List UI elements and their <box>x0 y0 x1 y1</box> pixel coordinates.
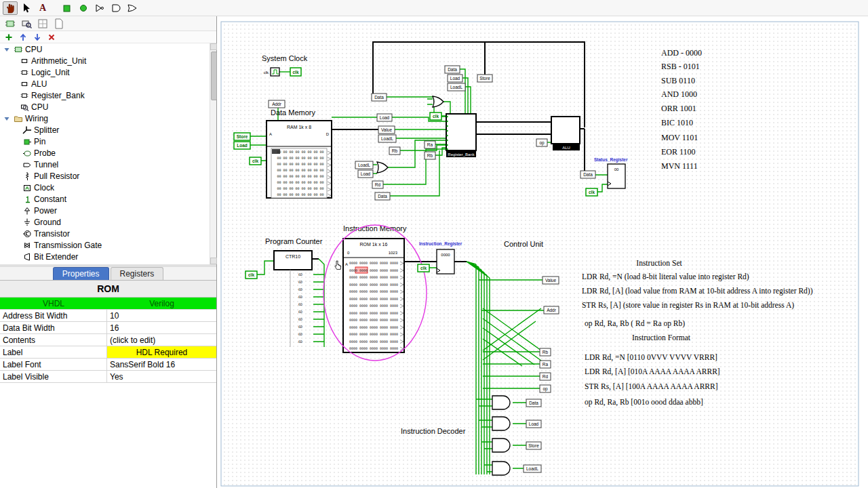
loadl-tunnel: LoadL <box>381 136 393 141</box>
tree-item-power[interactable]: Power <box>0 205 210 216</box>
power-icon <box>22 206 32 216</box>
chevron-down-icon[interactable] <box>3 115 11 123</box>
instruction-set-title: Instruction Set <box>636 259 682 267</box>
rd-tunnel: Rd <box>375 182 381 187</box>
tree-item-pin[interactable]: Pin <box>0 136 210 147</box>
circuit-canvas[interactable]: System Clock clk clk Data Memory RAM 1k … <box>218 16 868 488</box>
not-gate-tool-button[interactable] <box>92 1 107 15</box>
svg-text:0000 0000 0000 0000 0000: 0000 0000 0000 0000 0000 <box>349 325 398 329</box>
tree-item-transistor[interactable]: Transistor <box>0 228 210 239</box>
tree-item-clock[interactable]: Clock <box>0 182 210 193</box>
edit-tool-button[interactable] <box>19 1 34 15</box>
data-tunnel: Data <box>583 172 593 177</box>
circuit-svg[interactable]: System Clock clk clk Data Memory RAM 1k … <box>218 16 868 488</box>
instruction-register-label: Instruction_Register <box>419 241 462 247</box>
tree-item-register-bank[interactable]: Register_Bank <box>0 89 210 101</box>
and-gate[interactable] <box>492 417 510 430</box>
svg-text:6D: 6D <box>298 340 302 344</box>
svg-text:0000 0000 0000 0000 0000: 0000 0000 0000 0000 0000 <box>349 275 398 279</box>
tree-item-constant[interactable]: Constant <box>0 193 210 205</box>
value-tunnel: Value <box>545 278 557 283</box>
svg-text:00 00 00 00 00 00 00 00: 00 00 00 00 00 00 00 00 <box>277 168 323 172</box>
tree-item-probe[interactable]: Probe <box>0 147 210 159</box>
instruction-format-title: Instruction Format <box>632 333 691 342</box>
output-pin-tool-button[interactable] <box>76 1 91 15</box>
chevron-down-icon[interactable] <box>3 45 11 54</box>
scrollbar-thumb[interactable] <box>211 52 217 100</box>
ram-port-d: D <box>326 132 330 136</box>
tree-item-wiring-folder[interactable]: Wiring <box>0 113 210 124</box>
load-tunnel: Load <box>450 76 460 81</box>
and-gate[interactable] <box>492 462 510 475</box>
vhdl-button[interactable]: VHDL <box>0 298 107 309</box>
clock-component[interactable] <box>271 68 279 76</box>
input-pin-tool-button[interactable] <box>60 1 75 15</box>
toolbox-view-button[interactable] <box>3 17 18 30</box>
tab-properties[interactable]: Properties <box>53 267 109 280</box>
tunnel-icon <box>22 160 32 169</box>
tree-item-transmission-gate[interactable]: Transmission Gate <box>0 239 210 251</box>
simulation-view-button[interactable] <box>19 17 34 30</box>
and-gate[interactable] <box>492 439 510 452</box>
svg-text:op Rd, Ra, Rb ( Rd = Ra op Rb): op Rd, Ra, Rb ( Rd = Ra op Rb) <box>585 319 685 328</box>
svg-text:00 00 00 00 00 00 00 00: 00 00 00 00 00 00 00 00 <box>277 180 323 184</box>
poke-tool-button[interactable] <box>3 1 18 15</box>
add-circuit-button[interactable] <box>3 32 15 42</box>
and-gate-icon <box>110 2 122 14</box>
tree-item-pull-resistor[interactable]: Pull Resistor <box>0 170 210 182</box>
tab-registers[interactable]: Registers <box>111 267 164 280</box>
svg-text:00 00 00 00 00 00 00 00: 00 00 00 00 00 00 00 00 <box>277 162 323 166</box>
instruction-decoder-label: Instruction Decoder <box>401 427 466 435</box>
canvas-grid[interactable] <box>221 22 859 486</box>
data-memory[interactable]: Data Memory RAM 1k x 8 A D 00 00 00 00 0… <box>267 108 332 198</box>
and-gate[interactable] <box>492 396 510 409</box>
attr-value[interactable]: 10 <box>107 310 216 321</box>
text-tool-button[interactable]: A <box>35 1 50 15</box>
move-up-button[interactable] <box>17 32 29 42</box>
counter-title: CTR10 <box>285 254 300 259</box>
svg-text:0000 0000 0000 0000 0000: 0000 0000 0000 0000 0000 <box>349 340 398 344</box>
svg-text:0000 0000 0000 0000 0000: 0000 0000 0000 0000 0000 <box>349 318 398 322</box>
svg-text:0000 0000 0000 0000 0000: 0000 0000 0000 0000 0000 <box>349 304 398 308</box>
scroll-down-arrow[interactable] <box>210 258 217 264</box>
attr-value-hdl-required[interactable]: HDL Required <box>107 346 216 358</box>
tree-item-tunnel[interactable]: Tunnel <box>0 159 210 170</box>
tree-item-splitter[interactable]: Splitter <box>0 124 210 136</box>
select-arrow-icon <box>20 2 33 14</box>
attr-value[interactable]: SansSerif Bold 16 <box>107 359 216 370</box>
addr-tunnel: Addr <box>272 102 282 106</box>
subcircuit-icon <box>19 56 29 66</box>
verilog-button[interactable]: Verilog <box>107 298 216 309</box>
remove-circuit-button[interactable] <box>45 32 58 42</box>
tree-item-bit-extender[interactable]: Bit Extender <box>0 251 210 262</box>
attr-value[interactable]: 16 <box>107 322 216 333</box>
or-gate-tool-button[interactable] <box>125 1 140 15</box>
status-register-label: Status_Register <box>594 157 628 163</box>
svg-text:LDR Rd, [A] [010A AAAA AAAA AR: LDR Rd, [A] [010A AAAA AAAA ARRR] <box>585 367 720 376</box>
tree-scrollbar[interactable] <box>210 43 216 264</box>
layout-view-button[interactable] <box>35 17 50 30</box>
tree-item-arithmetic-unit[interactable]: Arithmetic_Unit <box>0 55 210 66</box>
text-tool-icon: A <box>39 3 46 14</box>
appearance-view-button[interactable] <box>52 17 66 30</box>
rom-port-a: A <box>345 262 348 266</box>
attr-value[interactable]: Yes <box>107 371 216 382</box>
view-toolbar <box>0 16 216 31</box>
move-down-button[interactable] <box>31 32 43 42</box>
tree-item-logic-unit[interactable]: Logic_Unit <box>0 66 210 78</box>
svg-text:0000 0000 0000 0000 0000: 0000 0000 0000 0000 0000 <box>349 297 398 301</box>
tree-item-project-cpu[interactable]: CPU <box>0 43 210 55</box>
attr-row-label: Label HDL Required <box>0 346 216 359</box>
svg-text:STR Rs, [A] (store value in re: STR Rs, [A] (store value in register Rs … <box>582 301 794 310</box>
svg-text:LDR Rd, [A] (load value from R: LDR Rd, [A] (load value from RAM at 10-b… <box>582 287 813 296</box>
and-gate-tool-button[interactable] <box>108 1 123 15</box>
tree-item-cpu-current[interactable]: CPU <box>0 101 210 113</box>
register-bank[interactable]: Register_Bank <box>446 114 476 157</box>
data-memory-label: Data Memory <box>271 108 316 117</box>
tree-item-alu[interactable]: ALU <box>0 78 210 89</box>
scroll-up-arrow[interactable] <box>210 43 217 50</box>
tree-item-ground[interactable]: Ground <box>0 216 210 228</box>
attr-value[interactable]: (click to edit) <box>107 334 216 346</box>
rb-tunnel: Rb <box>427 153 433 158</box>
store-tunnel: Store <box>528 443 539 448</box>
